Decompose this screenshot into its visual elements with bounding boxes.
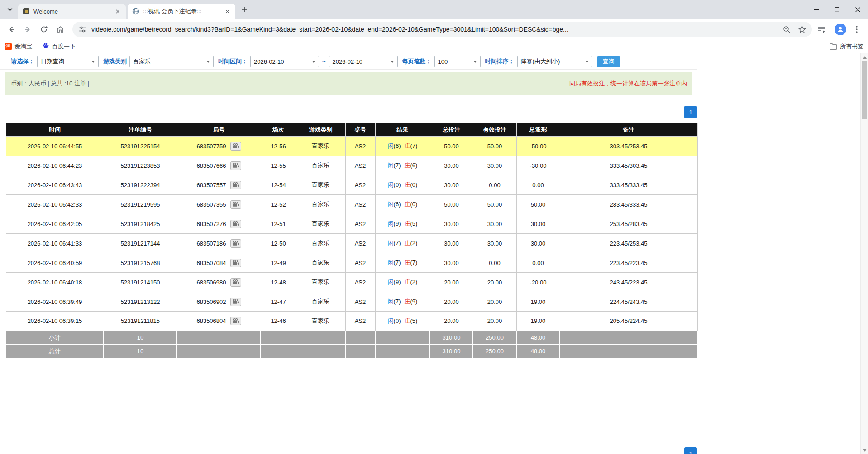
table-row: 2026-02-10 06:42:33 523191219595 6835073…: [6, 195, 697, 214]
address-bar[interactable]: videoie.com/game/betrecord_search/kind3?…: [72, 22, 812, 37]
cell-session: 12-55: [261, 156, 296, 175]
sort-select[interactable]: 降幂(由大到小): [517, 56, 592, 67]
cell-total-bet: 20.00: [430, 312, 473, 331]
cell-valid-bet: 20.00: [473, 312, 516, 331]
cell-session: 12-49: [261, 253, 296, 273]
player-label: 闲: [388, 142, 394, 149]
zoom-icon[interactable]: [782, 25, 791, 34]
round-id: 683507759: [196, 143, 226, 150]
tab-close-icon[interactable]: [114, 8, 121, 15]
per-page-select[interactable]: 100: [434, 56, 481, 67]
cell-total-bet: 50.00: [430, 195, 473, 214]
welcome-favicon-icon: [23, 8, 30, 15]
tab-strip: Welcome :::视讯 会员下注纪录:::: [0, 0, 868, 19]
page-1-button-bottom[interactable]: 1: [684, 447, 697, 454]
cell-valid-bet: 30.00: [473, 156, 516, 175]
banker-label: 庄: [405, 279, 410, 285]
url-text[interactable]: videoie.com/game/betrecord_search/kind3?…: [91, 26, 777, 33]
new-tab-button[interactable]: [238, 3, 251, 16]
video-camera-icon[interactable]: [230, 239, 241, 248]
tab-welcome[interactable]: Welcome: [18, 4, 126, 19]
cell-bet-id: 523191225154: [104, 137, 177, 156]
refresh-button[interactable]: [37, 23, 51, 36]
col-result: 结果: [375, 123, 430, 137]
scroll-up-arrow-icon[interactable]: [861, 53, 868, 61]
maximize-button[interactable]: [826, 0, 847, 19]
cell-table-no: AS2: [345, 292, 375, 312]
taobao-icon: 淘: [5, 43, 12, 50]
table-header-row: 时间 注单编号 局号 场次 游戏类别 桌号 结果 总投注 有效投注 总派彩 备注: [6, 123, 697, 137]
col-bet-id: 注单编号: [104, 123, 177, 137]
scrollbar-thumb[interactable]: [862, 61, 867, 119]
round-id: 683507557: [196, 182, 226, 189]
round-id: 683507355: [196, 201, 226, 208]
cell-bet-id: 523191214150: [104, 273, 177, 292]
back-button[interactable]: [5, 23, 18, 36]
video-camera-icon[interactable]: [230, 298, 241, 306]
date-end-select[interactable]: 2026-02-10: [329, 56, 398, 67]
cell-result: 闲(6)庄(0): [375, 195, 430, 214]
bookmark-star-icon[interactable]: [797, 25, 806, 34]
site-info-icon[interactable]: [78, 25, 87, 34]
search-button[interactable]: 查询: [597, 56, 620, 67]
tab-search-chevron-icon[interactable]: [4, 3, 16, 16]
video-camera-icon[interactable]: [230, 317, 241, 325]
page-1-button[interactable]: 1: [684, 106, 697, 118]
subtotal-valid-bet: 250.00: [473, 331, 516, 345]
total-payout: 48.00: [516, 345, 560, 358]
cell-bet-id: 523191219595: [104, 195, 177, 214]
tab-close-icon[interactable]: [224, 8, 231, 15]
minimize-button[interactable]: [806, 0, 826, 19]
player-label: 闲: [388, 259, 394, 266]
cell-payout: -20.00: [516, 273, 560, 292]
cell-total-bet: 30.00: [430, 214, 473, 234]
subtotal-payout: 48.00: [516, 331, 560, 345]
cell-valid-bet: 50.00: [473, 137, 516, 156]
cell-valid-bet: 30.00: [473, 214, 516, 234]
subtotal-row: 小计 10 310.00 250.00 48.00: [6, 331, 697, 345]
cell-time: 2026-02-10 06:43:43: [6, 175, 104, 195]
cell-bet-id: 523191223853: [104, 156, 177, 175]
query-type-select[interactable]: 日期查询: [37, 56, 99, 67]
video-camera-icon[interactable]: [230, 278, 241, 287]
table-row: 2026-02-10 06:41:33 523191217144 6835071…: [6, 234, 697, 253]
forward-button[interactable]: [21, 23, 34, 36]
home-button[interactable]: [53, 23, 67, 36]
player-label: 闲: [388, 240, 394, 246]
video-camera-icon[interactable]: [230, 142, 241, 151]
cell-round: 683506980: [177, 273, 261, 292]
video-camera-icon[interactable]: [230, 220, 241, 228]
game-type-select[interactable]: 百家乐: [129, 56, 214, 67]
page-scrollbar[interactable]: [860, 53, 868, 454]
video-camera-icon[interactable]: [230, 161, 241, 170]
cell-payout: 19.00: [516, 312, 560, 331]
browser-menu-icon[interactable]: [850, 23, 863, 36]
scroll-down-arrow-icon[interactable]: [861, 446, 868, 454]
per-page-label: 每页笔数：: [402, 57, 432, 66]
col-payout: 总派彩: [516, 123, 560, 137]
all-bookmarks-button[interactable]: 所有书签: [823, 42, 863, 51]
summary-bar: 币别：人民币 | 总共 :10 注单 | 同局有效投注，统一计算在该局第一张注单…: [5, 72, 692, 95]
bookmark-baidu[interactable]: 百度一下: [42, 42, 76, 51]
subtotal-total-bet: 310.00: [430, 331, 473, 345]
date-start-select[interactable]: 2026-02-10: [250, 56, 319, 67]
cell-table-no: AS2: [345, 312, 375, 331]
cell-session: 12-51: [261, 214, 296, 234]
cell-time: 2026-02-10 06:39:49: [6, 292, 104, 312]
cell-game-kind: 百家乐: [296, 214, 345, 234]
media-controls-icon[interactable]: [815, 23, 828, 36]
round-id: 683507084: [196, 260, 226, 266]
video-camera-icon[interactable]: [230, 200, 241, 209]
cell-round: 683507276: [177, 214, 261, 234]
cell-bet-id: 523191217144: [104, 234, 177, 253]
video-camera-icon[interactable]: [230, 181, 241, 189]
banker-label: 庄: [405, 201, 410, 208]
profile-avatar[interactable]: [835, 24, 846, 35]
close-window-button[interactable]: [847, 0, 868, 19]
cell-game-kind: 百家乐: [296, 312, 345, 331]
table-row: 2026-02-10 06:40:18 523191214150 6835069…: [6, 273, 697, 292]
player-label: 闲: [388, 162, 394, 169]
tab-bet-records[interactable]: :::视讯 会员下注纪录:::: [128, 4, 235, 19]
video-camera-icon[interactable]: [230, 259, 241, 267]
bookmark-taobao[interactable]: 淘 爱淘宝: [5, 43, 32, 51]
